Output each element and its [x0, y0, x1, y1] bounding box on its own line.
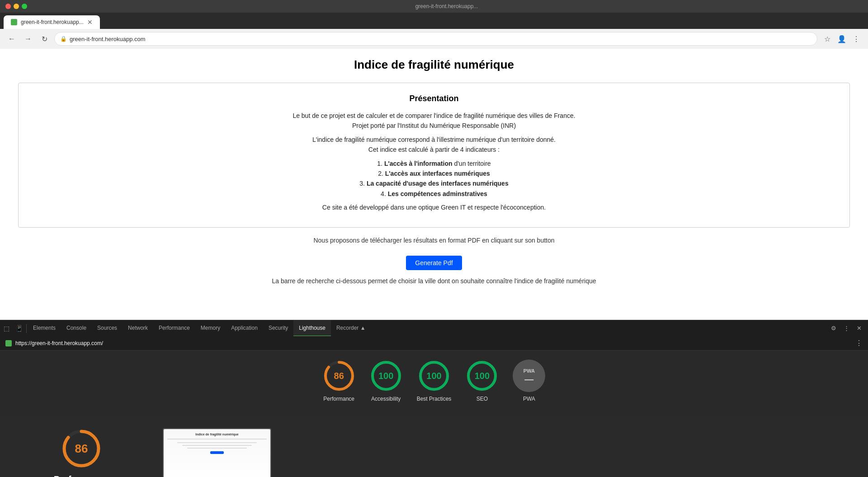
- pwa-circle: PWA —: [513, 360, 545, 392]
- screenshot-inner: Indice de fragilité numérique: [164, 429, 270, 477]
- browser-toolbar: ← → ↻ 🔒 green-it-front.herokuapp.com ☆ 👤…: [0, 29, 868, 49]
- generate-pdf-button[interactable]: Generate Pdf: [406, 256, 462, 270]
- download-section: Nous proposons de télécharger les résult…: [18, 237, 850, 270]
- devtools-tab-separator: [26, 324, 27, 333]
- best-practices-ring: 100: [418, 360, 450, 392]
- devtools-settings-icon[interactable]: ⚙: [828, 323, 839, 334]
- lighthouse-url: https://green-it-front.herokuapp.com/: [15, 340, 103, 346]
- devtools-panel: ⬚ 📱 Elements Console Sources Network Per…: [0, 320, 868, 477]
- address-bar[interactable]: 🔒 green-it-front.herokuapp.com: [54, 32, 817, 46]
- detail-left: 86 Performance Values are estimated and …: [27, 428, 136, 477]
- devtools-more-icon[interactable]: ⋮: [841, 323, 852, 334]
- devtools-mobile-icon[interactable]: 📱: [13, 320, 25, 337]
- tab-performance[interactable]: Performance: [153, 320, 195, 337]
- page-screenshot: Indice de fragilité numérique: [163, 428, 271, 477]
- best-practices-score: 100: [426, 371, 441, 381]
- score-accessibility: 100 Accessibility: [370, 360, 402, 402]
- score-best-practices: 100 Best Practices: [417, 360, 452, 402]
- ss-button: [210, 451, 224, 454]
- score-seo: 100 SEO: [466, 360, 498, 402]
- accessibility-ring: 100: [370, 360, 402, 392]
- lighthouse-favicon: [5, 340, 12, 346]
- devtools-tab-actions: ⚙ ⋮ ✕: [828, 323, 868, 334]
- pwa-dash: —: [524, 374, 533, 383]
- presentation-title: Présentation: [46, 94, 822, 103]
- presentation-text: Le but de ce projet est de calculer et d…: [46, 111, 822, 213]
- tab-sources[interactable]: Sources: [92, 320, 123, 337]
- pwa-text-label: PWA: [524, 368, 535, 374]
- presentation-ecoconception: Ce site a été developpé dans une optique…: [46, 202, 822, 212]
- menu-icon[interactable]: ⋮: [850, 33, 863, 45]
- performance-score: 86: [334, 371, 344, 381]
- score-performance: 86 Performance: [323, 360, 355, 402]
- ss-title: Indice de fragilité numérique: [167, 433, 267, 436]
- page-content: Indice de fragilité numérique Présentati…: [0, 49, 868, 320]
- performance-ring: 86: [323, 360, 355, 392]
- lighthouse-detail-section: 86 Performance Values are estimated and …: [0, 415, 868, 477]
- tab-favicon: [11, 19, 17, 25]
- tab-lighthouse[interactable]: Lighthouse: [293, 320, 331, 337]
- ss-line-4: [187, 448, 247, 449]
- url-text: green-it-front.herokuapp.com: [70, 36, 146, 42]
- tab-title: green-it-front.herokuapp...: [21, 19, 84, 25]
- active-browser-tab[interactable]: green-it-front.herokuapp... ✕: [4, 15, 100, 29]
- devtools-inspect-icon[interactable]: ⬚: [0, 320, 13, 337]
- lighthouse-url-bar: https://green-it-front.herokuapp.com/ ⋮: [0, 336, 868, 351]
- presentation-line-1: Le but de ce projet est de calculer et d…: [46, 111, 822, 131]
- devtools-tabs-bar: ⬚ 📱 Elements Console Sources Network Per…: [0, 320, 868, 336]
- profile-icon[interactable]: 👤: [835, 33, 848, 45]
- presentation-line-2: L'indice de fragilité numérique correspo…: [46, 135, 822, 155]
- tab-recorder[interactable]: Recorder ▲: [331, 320, 371, 337]
- devtools-close-icon[interactable]: ✕: [854, 323, 864, 334]
- reload-button[interactable]: ↻: [38, 33, 51, 45]
- accessibility-score: 100: [378, 371, 393, 381]
- detail-title: Performance: [54, 474, 109, 477]
- browser-tab-bar: green-it-front.herokuapp... ✕: [0, 13, 868, 29]
- traffic-lights: [5, 4, 27, 9]
- detail-right: Indice de fragilité numérique: [163, 428, 841, 477]
- presentation-box: Présentation Le but de ce projet est de …: [18, 83, 850, 228]
- minimize-button[interactable]: [14, 4, 19, 9]
- ss-line-1: [167, 439, 267, 440]
- back-button[interactable]: ←: [5, 33, 18, 45]
- scores-row: 86 Performance 100 Accessibility: [323, 360, 546, 402]
- browser-titlebar: green-it-front.herokuapp...: [0, 0, 868, 13]
- tab-elements[interactable]: Elements: [28, 320, 61, 337]
- performance-label: Performance: [323, 396, 354, 402]
- tab-close-icon[interactable]: ✕: [87, 19, 93, 26]
- tab-security[interactable]: Security: [263, 320, 293, 337]
- best-practices-label: Best Practices: [417, 396, 452, 402]
- detail-performance-score: 86: [75, 442, 88, 456]
- close-button[interactable]: [5, 4, 11, 9]
- seo-score: 100: [475, 371, 490, 381]
- search-hint: La barre de recherche ci-dessous permet …: [18, 277, 850, 285]
- window-title: green-it-front.herokuapp...: [415, 3, 478, 9]
- pwa-label: PWA: [523, 396, 535, 402]
- presentation-indicators: 1. L'accès à l'information d'un territoi…: [46, 159, 822, 199]
- lighthouse-bar-menu-icon[interactable]: ⋮: [855, 339, 863, 347]
- ss-line-3: [182, 445, 252, 446]
- lock-icon: 🔒: [60, 36, 67, 42]
- seo-label: SEO: [476, 396, 488, 402]
- ss-line-2: [177, 442, 257, 443]
- detail-performance-ring: 86: [61, 428, 102, 469]
- download-text: Nous proposons de télécharger les résult…: [18, 237, 850, 244]
- lighthouse-scores-area: 86 Performance 100 Accessibility: [0, 351, 868, 415]
- toolbar-actions: ☆ 👤 ⋮: [821, 33, 863, 45]
- forward-button[interactable]: →: [22, 33, 34, 45]
- tab-network[interactable]: Network: [123, 320, 153, 337]
- score-pwa: PWA — PWA: [513, 360, 545, 402]
- page-title: Indice de fragilité numérique: [18, 58, 850, 72]
- maximize-button[interactable]: [22, 4, 27, 9]
- tab-console[interactable]: Console: [61, 320, 92, 337]
- tab-memory[interactable]: Memory: [195, 320, 226, 337]
- accessibility-label: Accessibility: [371, 396, 401, 402]
- tab-application[interactable]: Application: [226, 320, 263, 337]
- bookmark-icon[interactable]: ☆: [821, 33, 834, 45]
- seo-ring: 100: [466, 360, 498, 392]
